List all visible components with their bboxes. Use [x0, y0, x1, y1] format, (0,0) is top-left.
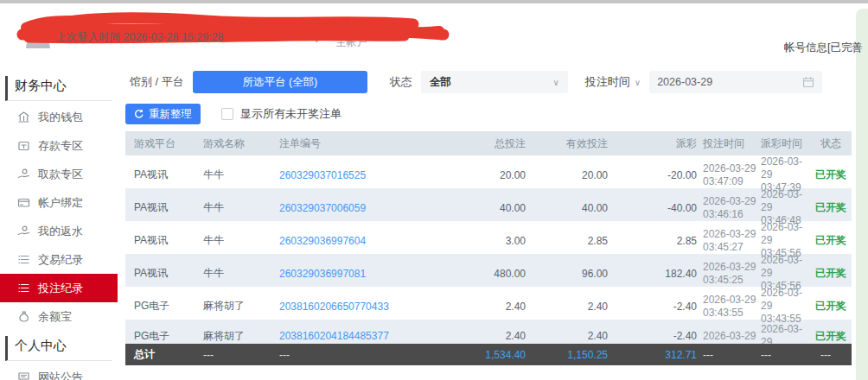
cell-valid-bet: 2.40: [527, 330, 610, 342]
user-avatar[interactable]: [22, 19, 54, 50]
column-header-total-bet: 总投注: [458, 136, 527, 151]
cell-status: 已开奖: [812, 299, 852, 314]
total-game-name: ---: [195, 349, 271, 361]
bet-id-link[interactable]: 260329036997604: [279, 235, 366, 247]
bet-time-dropdown[interactable]: 投注时间 ∨: [585, 74, 641, 90]
bank-icon: [17, 111, 30, 124]
column-header-game-name: 游戏名称: [195, 136, 271, 151]
bet-time-label: 投注时间: [585, 74, 630, 90]
top-border-strip: [0, 0, 868, 3]
cell-bet-id: 260329037016525: [271, 169, 458, 181]
cell-valid-bet: 40.00: [527, 202, 610, 214]
money-bag-icon: [17, 310, 30, 323]
date-value: 2026-03-29: [657, 76, 712, 88]
table-header-row: 游戏平台游戏名称注单编号总投注有效投注派彩投注时间派彩时间状态: [125, 131, 852, 155]
sidebar-item-transactions[interactable]: 交易纪录: [0, 245, 118, 274]
cell-total-bet: 2.40: [458, 301, 527, 313]
date-input[interactable]: 2026-03-29: [649, 71, 822, 93]
cell-bet-time: 2026-03-29: [699, 330, 756, 343]
column-header-platform: 游戏平台: [125, 136, 195, 151]
cell-status: 已开奖: [812, 329, 852, 344]
bet-id-link[interactable]: 2038160204184485377: [279, 330, 389, 342]
cell-game-name: 牛牛: [195, 233, 271, 248]
sidebar-item-rebate[interactable]: 我的返水: [0, 217, 118, 245]
total-bet-time: ---: [699, 349, 756, 361]
refresh-button[interactable]: 重新整理: [125, 104, 201, 124]
show-unsettled-label: 显示所有未开奖注单: [240, 106, 341, 122]
cell-status: 已开奖: [812, 233, 852, 248]
cell-bet-id: 260329037006059: [271, 202, 458, 214]
sidebar-item-wallet[interactable]: 我的钱包: [0, 103, 118, 131]
cell-bet-id: 260329036997081: [271, 268, 458, 280]
rebate-icon: [17, 225, 30, 238]
cell-total-bet: 40.00: [458, 202, 527, 214]
total-payout-time: ---: [756, 349, 812, 361]
last-login-time: 上次登入时间 2026-03-28 15:29:28: [55, 30, 224, 45]
account-type-label: 主帐户: [336, 35, 380, 50]
bet-id-link[interactable]: 260329037006059: [279, 202, 366, 214]
cell-platform: PA视讯: [125, 168, 195, 182]
sidebar-item-yuebao[interactable]: 余额宝: [0, 302, 118, 331]
column-header-bet-time: 投注时间: [699, 136, 756, 151]
balance-refresh-icon[interactable]: [366, 19, 380, 33]
sidebar-item-announcements[interactable]: 网站公告: [0, 363, 118, 380]
sidebar-item-label: 投注纪录: [38, 281, 83, 296]
cell-payout: -20.00: [610, 169, 699, 181]
sidebar-section-title: 财务中心: [5, 76, 112, 101]
sidebar-item-bet-records[interactable]: 投注纪录: [0, 274, 118, 302]
bet-id-link[interactable]: 260329037016525: [279, 169, 366, 181]
status-select-value: 全部: [430, 75, 451, 90]
column-header-bet-id: 注单编号: [271, 136, 458, 151]
bet-id-link[interactable]: 2038160206650770433: [279, 301, 389, 313]
table-row: PA视讯牛牛26032903701652520.0020.00-20.00202…: [125, 155, 852, 188]
cell-platform: PG电子: [125, 299, 195, 314]
cell-platform: PA视讯: [125, 200, 195, 215]
column-header-status: 状态: [812, 136, 852, 151]
filter-row: 馆别 / 平台 所选平台 (全部) 状态 全部 ∨ 投注时间 ∨ 2026-03…: [125, 71, 852, 93]
sidebar: 财务中心我的钱包存款专区取款专区帐户绑定我的返水交易纪录投注纪录余额宝个人中心网…: [0, 76, 118, 380]
total-valid-bet: 1,150.25: [527, 349, 610, 361]
cell-status: 已开奖: [812, 266, 852, 281]
sidebar-item-label: 取款专区: [38, 167, 83, 182]
bet-id-link[interactable]: 260329036997081: [279, 268, 366, 280]
sidebar-item-deposit[interactable]: 存款专区: [0, 131, 118, 160]
table-row: PA视讯牛牛26032903700605940.0040.00-40.00202…: [125, 188, 852, 221]
calendar-icon: [802, 76, 814, 88]
hand-coin-icon: [17, 168, 30, 180]
announcement-icon: [17, 370, 30, 380]
deposit-icon: [17, 139, 30, 152]
cell-bet-time: 2026-03-2903:47:09: [699, 162, 756, 188]
cell-total-bet: 480.00: [458, 268, 527, 280]
yen-icon: ¥: [310, 19, 324, 48]
total-status: ---: [812, 349, 852, 361]
column-header-payout: 派彩: [610, 136, 699, 151]
cell-game-name: 牛牛: [195, 266, 271, 281]
cell-total-bet: 2.40: [458, 330, 527, 342]
chevron-down-icon: ∨: [635, 78, 641, 87]
cell-platform: PA视讯: [125, 266, 195, 281]
bet-list-icon: [17, 282, 30, 294]
status-filter-label: 状态: [390, 74, 412, 90]
cell-platform: PA视讯: [125, 233, 195, 248]
show-unsettled-checkbox[interactable]: [221, 108, 233, 120]
platform-filter-label: 馆别 / 平台: [130, 74, 184, 90]
cell-bet-id: 2038160206650770433: [271, 301, 458, 313]
cell-valid-bet: 2.85: [527, 235, 610, 247]
status-select[interactable]: 全部 ∨: [421, 71, 568, 93]
table-row: PA视讯牛牛260329036997081480.0096.00182.4020…: [125, 254, 852, 287]
balance-block: ¥ 3.40 主帐户: [310, 19, 380, 50]
sidebar-item-withdraw[interactable]: 取款专区: [0, 160, 118, 188]
column-header-payout-time: 派彩时间: [756, 136, 812, 151]
main-content: 馆别 / 平台 所选平台 (全部) 状态 全部 ∨ 投注时间 ∨ 2026-03…: [125, 71, 852, 352]
account-info-link[interactable]: 帐号信息[已完善: [784, 41, 863, 55]
sidebar-item-account-binding[interactable]: 帐户绑定: [0, 188, 118, 217]
sidebar-item-label: 我的钱包: [38, 110, 83, 125]
chevron-down-icon: ∨: [553, 78, 559, 87]
cell-payout: 2.85: [610, 235, 699, 247]
cell-bet-time: 2026-03-2903:43:55: [699, 294, 756, 320]
sidebar-section-title: 个人中心: [5, 336, 112, 361]
platform-select-button[interactable]: 所选平台 (全部): [193, 71, 367, 93]
table-total-row: 总计------1,534.401,150.25312.71---------: [125, 344, 852, 365]
total-payout: 312.71: [610, 349, 699, 361]
total-platform: 总计: [125, 347, 195, 362]
